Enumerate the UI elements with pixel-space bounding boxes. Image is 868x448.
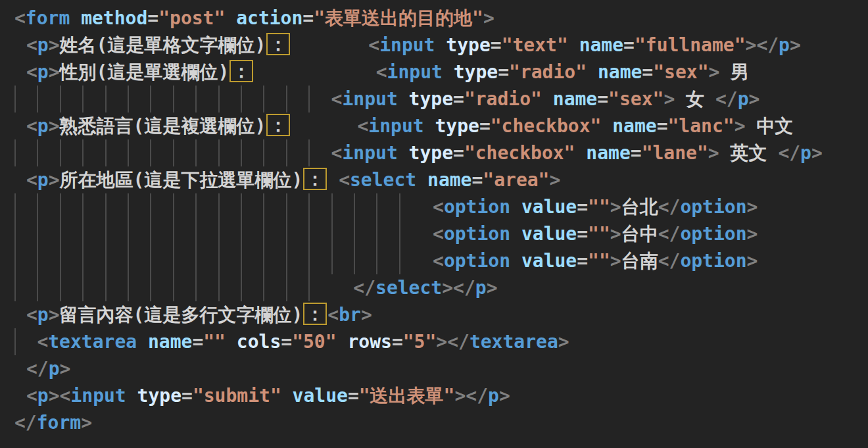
code-line-7[interactable]: <p>所在地區(這是下拉選單欄位)： <select name="area">	[0, 166, 868, 193]
attribute-name-token: name	[137, 331, 192, 353]
punctuation-token: </	[453, 277, 475, 299]
string-token: ""	[588, 223, 610, 245]
attribute-name-token: rows	[337, 331, 392, 353]
attribute-name-token: name	[568, 34, 623, 56]
code-line-11[interactable]: </select></p>	[0, 274, 868, 301]
equals-token: =	[392, 331, 403, 353]
punctuation-token: <	[433, 196, 444, 218]
attribute-name-token: value	[510, 196, 577, 218]
string-token: "checkbox"	[464, 142, 575, 164]
punctuation-token: >	[790, 34, 801, 56]
code-line-13[interactable]: <textarea name="" cols="50" rows="5"></t…	[0, 328, 868, 355]
code-line-8[interactable]: <option value="">台北</option>	[0, 193, 868, 220]
code-line-2[interactable]: <p>姓名(這是單格文字欄位)： <input type="text" name…	[0, 32, 868, 59]
tag-name-token: input	[379, 34, 435, 56]
string-token: ""	[203, 331, 226, 353]
code-line-1[interactable]: <form method="post" action="表單送出的目的地">	[0, 5, 868, 32]
equals-token: =	[577, 250, 588, 272]
plain-text-token: 姓名(這是單格文字欄位)	[60, 34, 266, 56]
code-line-9[interactable]: <option value="">台中</option>	[0, 220, 868, 247]
punctuation-token: <	[368, 34, 379, 56]
string-token: "fullname"	[635, 34, 746, 56]
code-line-12[interactable]: <p>留言內容(這是多行文字欄位)：<br>	[0, 301, 868, 328]
indent-guides	[14, 274, 331, 301]
punctuation-token: <	[26, 169, 37, 191]
code-line-16[interactable]: </form>	[0, 409, 868, 436]
spacer	[422, 223, 433, 245]
punctuation-token: >	[746, 34, 757, 56]
equals-token: =	[192, 331, 203, 353]
tag-name-token: p	[49, 358, 60, 380]
code-line-5[interactable]: <p>熟悉語言(這是複選欄位)： <input type="checkbox" …	[0, 112, 868, 139]
code-line-6[interactable]: <input type="checkbox" name="lane"> 英文 <…	[0, 139, 868, 166]
tag-name-token: p	[37, 169, 49, 191]
punctuation-token: >	[49, 385, 60, 407]
punctuation-token: >	[749, 88, 760, 110]
attribute-name-token: name	[542, 88, 597, 110]
equals-token: =	[453, 88, 464, 110]
punctuation-token: <	[26, 34, 37, 56]
code-line-14[interactable]: </p>	[0, 355, 868, 382]
attribute-name-token: type	[398, 88, 453, 110]
tag-name-token: input	[387, 61, 443, 83]
punctuation-token: <	[331, 142, 343, 164]
string-token: ""	[588, 196, 610, 218]
punctuation-token: </	[658, 196, 681, 218]
code-editor[interactable]: <form method="post" action="表單送出的目的地"><p…	[0, 0, 868, 448]
plain-text-token: 中文	[746, 115, 794, 137]
equals-token: =	[642, 61, 653, 83]
punctuation-token: >	[747, 250, 758, 272]
attribute-name-token: type	[424, 115, 479, 137]
punctuation-token: >	[361, 304, 372, 326]
unicode-highlight-box: ：	[303, 168, 327, 190]
string-token: "submit"	[193, 385, 281, 407]
code-line-15[interactable]: <p><input type="submit" value="送出表單"></p…	[0, 382, 868, 409]
punctuation-token: >	[499, 385, 510, 407]
punctuation-token: >	[558, 331, 569, 353]
spacer	[327, 169, 339, 191]
attribute-name-token: type	[435, 34, 490, 56]
equals-token: =	[453, 142, 464, 164]
tag-name-token: br	[339, 304, 361, 326]
tag-name-token: p	[37, 61, 49, 83]
punctuation-token: </	[447, 331, 470, 353]
punctuation-token: >	[610, 196, 621, 218]
string-token: "text"	[502, 34, 568, 56]
punctuation-token: >	[747, 223, 758, 245]
code-line-10[interactable]: <option value="">台南</option>	[0, 247, 868, 274]
string-token: "sex"	[653, 61, 708, 83]
punctuation-token: <	[26, 385, 37, 407]
punctuation-token: >	[49, 115, 60, 137]
tag-name-token: option	[444, 196, 510, 218]
punctuation-token: <	[26, 115, 37, 137]
punctuation-token: >	[49, 61, 60, 83]
code-line-3[interactable]: <p>性別(這是單選欄位)： <input type="radio" name=…	[0, 59, 868, 86]
attribute-name-token: action	[225, 7, 302, 29]
tag-name-token: input	[342, 88, 397, 110]
attribute-name-token: name	[575, 142, 630, 164]
punctuation-token: </	[658, 223, 681, 245]
code-line-4[interactable]: <input type="radio" name="sex"> 女 </p>	[0, 86, 868, 112]
equals-token: =	[471, 169, 483, 191]
string-token: "checkbox"	[491, 115, 602, 137]
punctuation-token: </	[14, 412, 37, 434]
punctuation-token: <	[60, 385, 71, 407]
punctuation-token: >	[663, 88, 675, 110]
plain-text-token: 熟悉語言(這是複選欄位)	[60, 115, 266, 137]
punctuation-token: <	[327, 304, 339, 326]
tag-name-token: input	[70, 385, 126, 407]
tag-name-token: option	[444, 223, 510, 245]
punctuation-token: <	[357, 115, 368, 137]
tag-name-token: p	[37, 304, 49, 326]
plain-text-token: 性別(這是單選欄位)	[60, 61, 229, 83]
equals-token: =	[498, 61, 509, 83]
punctuation-token: >	[442, 277, 453, 299]
unicode-highlight-box: ：	[266, 33, 290, 55]
punctuation-token: </	[778, 142, 800, 164]
attribute-name-token: type	[443, 61, 498, 83]
equals-token: =	[597, 88, 608, 110]
indent-guides	[14, 139, 331, 166]
equals-token: =	[281, 331, 292, 353]
punctuation-token: >	[735, 115, 746, 137]
equals-token: =	[479, 115, 491, 137]
